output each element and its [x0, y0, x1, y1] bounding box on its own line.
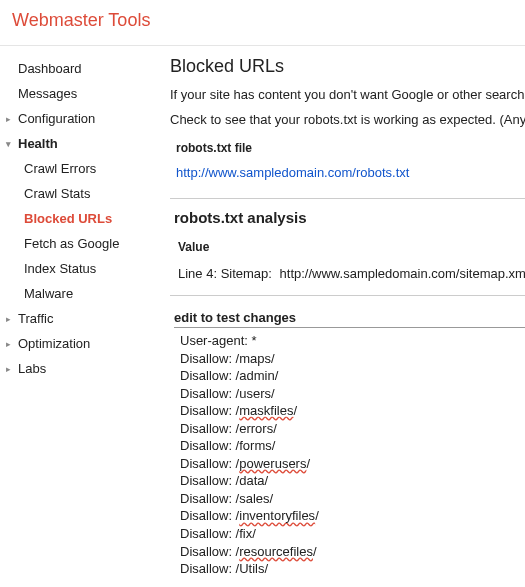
- app-title: Webmaster Tools: [12, 10, 513, 31]
- intro-line-2: Check to see that your robots.txt is wor…: [170, 112, 525, 127]
- robots-file-label: robots.txt file: [170, 141, 525, 155]
- analysis-row: Line 4: Sitemap: http://www.sampledomain…: [178, 266, 525, 281]
- intro-line-1: If your site has content you don't want …: [170, 87, 525, 102]
- sidebar: Dashboard Messages Configuration Health …: [0, 46, 160, 587]
- spell-mark: inventoryfiles: [239, 508, 315, 523]
- spell-mark: maskfiles: [239, 403, 293, 418]
- main-content: Blocked URLs If your site has content yo…: [160, 46, 525, 587]
- divider-2: [170, 295, 525, 296]
- sidebar-item-traffic[interactable]: Traffic: [4, 306, 160, 331]
- value-label: Value: [178, 240, 525, 254]
- spell-mark: powerusers: [239, 456, 306, 471]
- sidebar-item-index-status[interactable]: Index Status: [4, 256, 160, 281]
- edit-title: edit to test changes: [174, 310, 525, 325]
- sidebar-item-optimization[interactable]: Optimization: [4, 331, 160, 356]
- sidebar-item-dashboard[interactable]: Dashboard: [4, 56, 160, 81]
- sidebar-item-fetch-as-google[interactable]: Fetch as Google: [4, 231, 160, 256]
- analysis-title: robots.txt analysis: [174, 209, 525, 226]
- spell-mark: resourcefiles: [239, 544, 313, 559]
- sidebar-item-messages[interactable]: Messages: [4, 81, 160, 106]
- page-title: Blocked URLs: [170, 56, 525, 77]
- sidebar-item-health[interactable]: Health: [4, 131, 160, 156]
- layout: Dashboard Messages Configuration Health …: [0, 45, 525, 587]
- line4-url: http://www.sampledomain.com/sitemap.xml: [280, 266, 525, 281]
- robots-txt-editor[interactable]: User-agent: * Disallow: /maps/ Disallow:…: [174, 327, 525, 587]
- robots-txt-link[interactable]: http://www.sampledomain.com/robots.txt: [170, 165, 409, 180]
- sidebar-item-malware[interactable]: Malware: [4, 281, 160, 306]
- divider: [170, 198, 525, 199]
- sidebar-item-blocked-urls[interactable]: Blocked URLs: [4, 206, 160, 231]
- sidebar-item-crawl-errors[interactable]: Crawl Errors: [4, 156, 160, 181]
- sidebar-item-labs[interactable]: Labs: [4, 356, 160, 381]
- sidebar-item-configuration[interactable]: Configuration: [4, 106, 160, 131]
- line4-prefix: Line 4: Sitemap:: [178, 266, 272, 281]
- header: Webmaster Tools: [0, 0, 525, 45]
- sidebar-item-crawl-stats[interactable]: Crawl Stats: [4, 181, 160, 206]
